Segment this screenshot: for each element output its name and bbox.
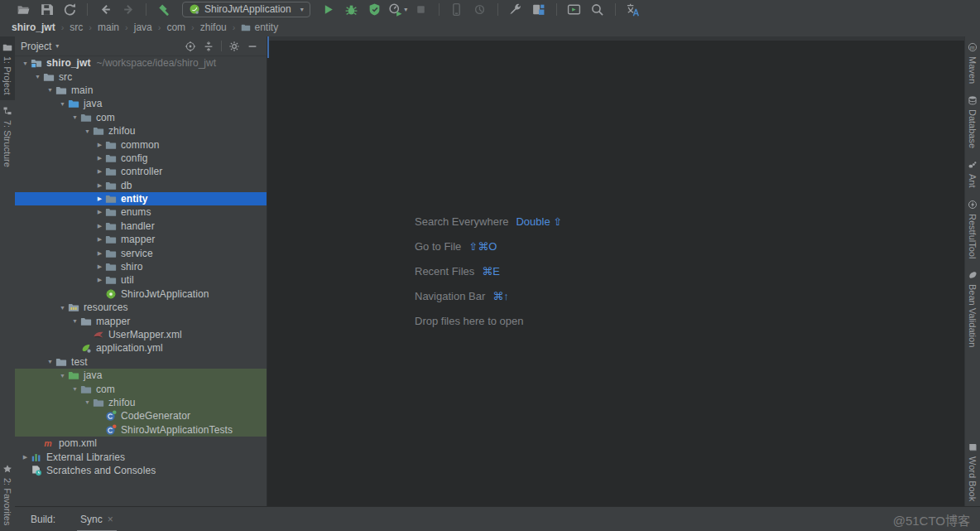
tree-item-com[interactable]: ▼com bbox=[15, 382, 267, 395]
settings-wrench-button[interactable] bbox=[506, 1, 526, 17]
breadcrumb-item-src[interactable]: src bbox=[70, 22, 83, 33]
project-view-selector[interactable]: Project ▾ bbox=[21, 41, 59, 52]
build-sync-tab[interactable]: Sync × bbox=[77, 509, 117, 531]
collapse-arrow-icon[interactable]: ▼ bbox=[57, 101, 68, 107]
gear-button[interactable] bbox=[225, 39, 243, 54]
tree-item-src[interactable]: ▼src bbox=[15, 70, 267, 83]
restfultool-stripe-icon bbox=[968, 200, 978, 210]
tree-item-shiro_jwt[interactable]: ▼shiro_jwt~/workspace/idea/shiro_jwt bbox=[15, 56, 267, 70]
collapse-arrow-icon[interactable]: ▼ bbox=[32, 74, 43, 80]
save-button[interactable] bbox=[36, 1, 56, 17]
collapse-arrow-icon[interactable]: ▼ bbox=[70, 386, 80, 392]
tree-item-mapper[interactable]: ▼mapper bbox=[15, 314, 267, 327]
tree-item-External Libraries[interactable]: ▶External Libraries bbox=[15, 450, 267, 463]
expand-arrow-icon[interactable]: ▶ bbox=[94, 182, 105, 189]
search-everywhere-button[interactable] bbox=[588, 1, 608, 17]
breadcrumb-item-com[interactable]: com bbox=[166, 22, 185, 33]
run-configuration-selector[interactable]: ShiroJwtApplication▾ bbox=[182, 2, 310, 17]
run-icon bbox=[321, 2, 335, 17]
tree-item-util[interactable]: ▶util bbox=[15, 273, 267, 287]
tool-stripe-button-bean-validation[interactable]: Bean Validation bbox=[965, 264, 980, 353]
locate-button[interactable] bbox=[181, 39, 199, 54]
run-with-coverage-button[interactable] bbox=[365, 1, 385, 17]
tree-item-mapper[interactable]: ▶mapper bbox=[15, 233, 267, 246]
tree-item-entity[interactable]: ▶entity bbox=[15, 192, 267, 205]
project-structure-button[interactable] bbox=[529, 1, 549, 17]
tree-item-db[interactable]: ▶db bbox=[15, 179, 267, 192]
tree-item-resources[interactable]: ▼resources bbox=[15, 301, 267, 314]
close-icon[interactable]: × bbox=[108, 514, 113, 525]
tree-item-zhifou[interactable]: ▼zhifou bbox=[15, 124, 267, 138]
tool-stripe-label: Bean Validation bbox=[968, 284, 978, 347]
breadcrumb-item-java[interactable]: java bbox=[134, 22, 152, 33]
collapse-arrow-icon[interactable]: ▼ bbox=[57, 305, 68, 311]
tool-stripe-button-ant[interactable]: Ant bbox=[965, 154, 980, 194]
tree-item-application.yml[interactable]: application.yml bbox=[15, 341, 267, 355]
tool-stripe-button-favorites[interactable]: 2: Favorites bbox=[0, 458, 15, 531]
package-icon bbox=[93, 125, 104, 137]
tree-item-handler[interactable]: ▶handler bbox=[15, 220, 267, 233]
collapse-arrow-icon[interactable]: ▼ bbox=[20, 60, 31, 66]
collapse-arrow-icon[interactable]: ▼ bbox=[45, 87, 55, 93]
breadcrumb-item-zhifou[interactable]: zhifou bbox=[200, 22, 227, 33]
tree-item-UserMapper.xml[interactable]: UserMapper.xml bbox=[15, 328, 267, 341]
tree-item-shiro[interactable]: ▶shiro bbox=[15, 260, 267, 273]
translate-button[interactable] bbox=[623, 1, 643, 17]
expand-arrow-icon[interactable]: ▶ bbox=[20, 454, 31, 461]
hide-button[interactable] bbox=[243, 39, 262, 54]
tree-item-java[interactable]: ▼java bbox=[15, 369, 267, 382]
tree-item-Scratches and Consoles[interactable]: Scratches and Consoles bbox=[15, 464, 267, 477]
tool-stripe-button-restfultool[interactable]: RestfulTool bbox=[965, 194, 980, 264]
expand-arrow-icon[interactable]: ▶ bbox=[94, 277, 105, 283]
collapse-arrow-icon[interactable]: ▼ bbox=[57, 373, 68, 379]
tool-stripe-button-project[interactable]: 1: Project bbox=[0, 36, 15, 100]
tool-stripe-button-word-book[interactable]: Word Book bbox=[965, 437, 980, 507]
collapse-arrow-icon[interactable]: ▼ bbox=[82, 399, 93, 405]
debug-button[interactable] bbox=[342, 1, 362, 17]
open-folder-button[interactable] bbox=[13, 1, 33, 17]
tree-item-service[interactable]: ▶service bbox=[15, 246, 267, 259]
build-hammer-button[interactable] bbox=[154, 1, 174, 17]
expand-arrow-icon[interactable]: ▶ bbox=[94, 196, 105, 202]
collapse-arrow-icon[interactable]: ▼ bbox=[70, 114, 80, 120]
expand-arrow-icon[interactable]: ▶ bbox=[94, 209, 105, 215]
collapse-arrow-icon[interactable]: ▼ bbox=[45, 359, 55, 364]
breadcrumb-item-entity[interactable]: entity bbox=[241, 22, 278, 33]
collapse-arrow-icon[interactable]: ▼ bbox=[82, 128, 93, 134]
tree-item-controller[interactable]: ▶controller bbox=[15, 165, 267, 178]
expand-arrow-icon[interactable]: ▶ bbox=[94, 168, 105, 175]
back-button[interactable] bbox=[95, 1, 115, 17]
tree-item-config[interactable]: ▶config bbox=[15, 152, 267, 165]
tree-item-enums[interactable]: ▶enums bbox=[15, 205, 267, 219]
tool-stripe-button-maven[interactable]: mMaven bbox=[965, 36, 980, 89]
tree-item-ShiroJwtApplication[interactable]: ShiroJwtApplication bbox=[15, 287, 267, 301]
expand-arrow-icon[interactable]: ▶ bbox=[94, 223, 105, 229]
tool-stripe-button-structure[interactable]: 7: Structure bbox=[0, 100, 15, 173]
breadcrumb-item-main[interactable]: main bbox=[98, 22, 119, 33]
tool-stripe-button-database[interactable]: Database bbox=[965, 89, 980, 154]
expand-arrow-icon[interactable]: ▶ bbox=[94, 236, 105, 243]
expand-arrow-icon[interactable]: ▶ bbox=[94, 142, 105, 148]
profiler-button[interactable]: ▾ bbox=[388, 1, 408, 17]
tree-item-com[interactable]: ▼com bbox=[15, 111, 267, 124]
tree-item-ShiroJwtApplicationTests[interactable]: ShiroJwtApplicationTests bbox=[15, 423, 267, 437]
sync-button[interactable] bbox=[60, 1, 79, 17]
expand-arrow-icon[interactable]: ▶ bbox=[94, 155, 105, 162]
tool-stripe-label: 2: Favorites bbox=[2, 478, 12, 525]
tree-item-java[interactable]: ▼java bbox=[15, 97, 267, 110]
tree-item-test[interactable]: ▼test bbox=[15, 355, 267, 369]
run-button[interactable] bbox=[319, 1, 339, 17]
tree-item-zhifou[interactable]: ▼zhifou bbox=[15, 396, 267, 409]
stop-button bbox=[411, 1, 431, 17]
collapse-all-button[interactable] bbox=[199, 39, 218, 54]
breadcrumb-item-shiro_jwt[interactable]: shiro_jwt bbox=[12, 22, 55, 33]
tree-item-main[interactable]: ▼main bbox=[15, 84, 267, 97]
collapse-arrow-icon[interactable]: ▼ bbox=[70, 318, 80, 324]
expand-arrow-icon[interactable]: ▶ bbox=[94, 263, 105, 270]
expand-arrow-icon[interactable]: ▶ bbox=[94, 250, 105, 257]
tree-item-common[interactable]: ▶common bbox=[15, 138, 267, 151]
tree-item-CodeGenerator[interactable]: CodeGenerator bbox=[15, 409, 267, 422]
terminal-button[interactable] bbox=[564, 1, 584, 17]
project-panel-header: Project ▾ bbox=[15, 36, 267, 56]
tree-item-pom.xml[interactable]: mpom.xml bbox=[15, 437, 267, 450]
